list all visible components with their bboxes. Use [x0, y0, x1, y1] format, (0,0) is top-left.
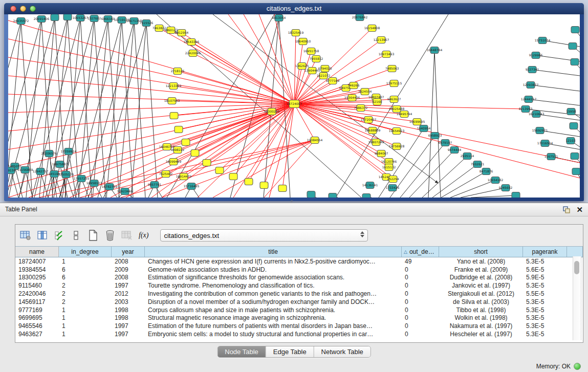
cell-title[interactable]: Genome-wide association studies in ADHD.	[145, 266, 402, 274]
column-header-short[interactable]: short	[439, 247, 523, 257]
graph-node[interactable]: 10699695	[409, 119, 425, 125]
graph-node[interactable]: 3624554	[358, 89, 372, 95]
table-row[interactable]: 1872400712008Changes of HCN gene express…	[15, 257, 583, 266]
close-window-icon[interactable]	[10, 6, 16, 12]
graph-node[interactable]: 18543396	[184, 39, 200, 46]
graph-node[interactable]: 16210643	[529, 111, 545, 118]
graph-node[interactable]	[571, 59, 579, 65]
graph-node[interactable]: 9777169	[326, 78, 340, 84]
graph-node[interactable]: 12213369	[166, 83, 182, 90]
cell-title[interactable]: Embryonic stem cells: a model to study s…	[145, 330, 402, 338]
cell-in_degree[interactable]: 2	[59, 298, 112, 306]
graph-node[interactable]: 16099469	[166, 159, 182, 165]
cell-year[interactable]: 1997	[112, 322, 145, 330]
table-row[interactable]: 946554611997Estimation of the future num…	[15, 322, 583, 330]
graph-node[interactable]: 9245652	[499, 185, 513, 191]
cell-pagerank[interactable]: 5.3E-5	[523, 306, 567, 314]
graph-node[interactable]: 1327602	[88, 15, 101, 22]
graph-node[interactable]: 16951758	[303, 48, 319, 55]
graph-node[interactable]: 7932621	[471, 161, 485, 168]
cell-name[interactable]: 14569117	[15, 298, 59, 306]
cell-pagerank[interactable]: 5.6E-5	[523, 266, 567, 274]
graph-node[interactable]	[182, 139, 190, 146]
column-header-pagerank[interactable]: pagerank	[523, 247, 567, 257]
cell-short[interactable]: Franke et al. (2009)	[439, 266, 523, 274]
cell-year[interactable]: 2008	[112, 274, 145, 282]
table-row[interactable]: 969969511998Structural magnetic resonanc…	[15, 314, 583, 322]
memory-status-icon[interactable]	[574, 363, 581, 370]
cell-year[interactable]: 1998	[112, 306, 145, 314]
graph-node[interactable]: 15958	[566, 108, 576, 115]
graph-node[interactable]	[307, 191, 315, 198]
table-row[interactable]: 977716911998Corpus callosum shape and si…	[15, 306, 583, 314]
graph-node[interactable]: 16154808	[364, 25, 380, 32]
graph-node[interactable]: 16848784	[427, 47, 443, 54]
cell-out_de[interactable]: 0	[402, 322, 439, 330]
cell-name[interactable]: 9465546	[15, 322, 59, 330]
graph-node[interactable]	[362, 194, 371, 198]
cell-title[interactable]: Disruption of a novel member of a sodium…	[145, 298, 402, 306]
table-row[interactable]: 1938455462009Genome-wide association stu…	[15, 266, 583, 274]
table-vertical-scrollbar[interactable]	[573, 256, 581, 340]
graph-node[interactable]	[175, 126, 183, 133]
cell-pagerank[interactable]: 5.3E-5	[523, 281, 567, 290]
clear-selection-icon[interactable]	[70, 229, 82, 242]
column-header-name[interactable]: name	[15, 247, 59, 257]
panel-splitter-handle[interactable]: ⌯	[288, 199, 295, 203]
cell-title[interactable]: Structural magnetic resonance image aver…	[145, 314, 402, 322]
table-row[interactable]: 1456911722003Disruption of a novel membe…	[15, 298, 583, 306]
graph-node[interactable]: 9463627	[387, 96, 401, 103]
cell-year[interactable]: 2009	[112, 266, 145, 274]
delete-table-icon[interactable]	[104, 229, 116, 242]
graph-node[interactable]: 12093877	[523, 82, 539, 89]
graph-node[interactable]: 15692971	[532, 127, 548, 134]
cell-title[interactable]: Corpus callosum shape and size in male p…	[145, 306, 402, 314]
graph-node[interactable]: 1167531	[545, 154, 558, 160]
cell-year[interactable]: 2012	[112, 290, 145, 298]
graph-node[interactable]: 746266	[348, 82, 360, 89]
cell-pagerank[interactable]: 5.9E-5	[523, 274, 567, 282]
graph-node[interactable]: 9227341	[526, 67, 539, 73]
graph-node[interactable]: 10653267	[73, 15, 89, 21]
cell-short[interactable]: Yano et al. (2008)	[439, 257, 523, 266]
graph-node[interactable]: 20691406	[34, 16, 50, 23]
graph-node[interactable]: 1621072	[317, 73, 331, 79]
cell-name[interactable]: 19384554	[15, 266, 59, 274]
cell-in_degree[interactable]: 1	[59, 257, 112, 266]
table-row[interactable]: 946362711997Embryonic stem cells: a mode…	[15, 330, 583, 338]
graph-node[interactable]: 8912954	[175, 30, 189, 36]
cell-out_de[interactable]: 0	[402, 274, 439, 282]
graph-node[interactable]	[278, 185, 287, 192]
graph-node[interactable]	[191, 150, 199, 157]
graph-node[interactable]: 19654923	[389, 128, 405, 135]
graph-node[interactable]: 19756928	[389, 143, 405, 150]
show-columns-icon[interactable]	[36, 229, 49, 242]
cell-year[interactable]: 1997	[112, 330, 145, 338]
cell-in_degree[interactable]: 1	[59, 322, 112, 330]
graph-node[interactable]: 1640954	[417, 125, 431, 132]
graph-node[interactable]	[245, 179, 253, 185]
graph-node[interactable]: 9474444	[448, 147, 462, 154]
cell-name[interactable]: 9777169	[15, 306, 59, 314]
graph-node[interactable]: 10973493	[379, 51, 395, 58]
cell-title[interactable]: Estimation of the future numbers of pati…	[145, 322, 402, 330]
tab-network-table[interactable]: Network Table	[314, 346, 371, 357]
cell-pagerank[interactable]: 5.5E-5	[523, 290, 567, 298]
cell-short[interactable]: Wolkin et al. (1998)	[439, 314, 523, 322]
column-header-year[interactable]: year	[112, 247, 145, 257]
cell-name[interactable]: 18300295	[15, 274, 59, 282]
scrollbar-thumb[interactable]	[574, 261, 579, 274]
column-header-in_degree[interactable]: in_degree	[59, 247, 112, 257]
graph-node[interactable]: 18640910	[295, 38, 311, 45]
graph-node[interactable]: 18807249	[368, 139, 384, 146]
graph-node[interactable]: 20876842	[352, 14, 368, 21]
graph-node[interactable]: 10975887	[52, 161, 68, 168]
graph-node[interactable]: 17975115	[386, 80, 402, 87]
graph-node[interactable]: 7625402	[159, 171, 173, 178]
graph-node[interactable]: 17016504	[537, 140, 553, 147]
cell-short[interactable]: Jankovic et al. (1997)	[439, 281, 523, 290]
table-row[interactable]: 2242004622012Investigating the contribut…	[15, 290, 583, 298]
network-window-titlebar[interactable]: citations_edges.txt	[4, 3, 584, 14]
graph-node[interactable]: 21364436	[344, 95, 360, 101]
graph-node[interactable]: 8213953	[519, 106, 533, 113]
